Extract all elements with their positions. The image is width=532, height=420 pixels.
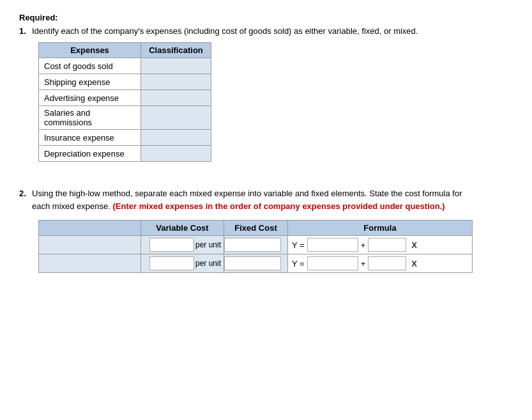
- q2-fixed-cost-cell-1: [224, 254, 288, 273]
- q1-classification-input-0[interactable]: [141, 58, 211, 74]
- q2-plus-sign-1: +: [361, 259, 366, 268]
- q2-x-input-1[interactable]: [368, 256, 406, 270]
- q2-name-cell-0: [39, 236, 141, 254]
- q2-plus-sign-0: +: [361, 240, 366, 250]
- q1-expense-3: Salaries and commissions: [39, 106, 141, 130]
- q2-variable-cost-input-1[interactable]: [149, 256, 194, 270]
- q2-formula-cell-1: Y =+X: [288, 254, 473, 273]
- q2-formula-cell-0: Y =+X: [288, 236, 473, 254]
- q2-fixed-cost-input-1[interactable]: [224, 256, 281, 270]
- q1-classification-cell-1: [141, 74, 211, 90]
- q2-variable-cost-cell-1: per unit: [141, 254, 224, 273]
- q2-col-formula: Formula: [288, 221, 473, 236]
- q1-classification-input-3[interactable]: [141, 110, 211, 125]
- q2-instruction: Using the high-low method, separate each…: [32, 187, 479, 212]
- q2-variable-cost-cell-0: per unit: [141, 236, 224, 254]
- q2-number: 2.: [19, 187, 28, 212]
- q2-formula-input-0[interactable]: [307, 238, 358, 252]
- q2-fixed-cost-cell-0: [224, 236, 288, 254]
- q2-table: Variable Cost Fixed Cost Formula per uni…: [38, 220, 473, 273]
- q1-classification-input-1[interactable]: [141, 74, 211, 89]
- q1-row: Salaries and commissions: [39, 106, 211, 130]
- q2-y-eq-0: Y =: [292, 240, 305, 250]
- q2-row-1: per unitY =+X: [39, 254, 473, 273]
- q2-name-input-1[interactable]: [39, 256, 141, 271]
- q2-y-eq-1: Y =: [292, 259, 305, 268]
- q2-x-button-0[interactable]: X: [409, 239, 420, 251]
- q1-number: 1.: [19, 26, 28, 36]
- q2-variable-cost-input-0[interactable]: [149, 238, 194, 252]
- q1-classification-cell-2: [141, 90, 211, 106]
- q1-row: Depreciation expense: [39, 146, 211, 162]
- q2-name-input-0[interactable]: [39, 237, 141, 253]
- q2-instruction-highlight: (Enter mixed expenses in the order of co…: [112, 201, 445, 211]
- q2-x-button-1[interactable]: X: [409, 258, 420, 270]
- q1-row: Cost of goods sold: [39, 58, 211, 74]
- q2-row-0: per unitY =+X: [39, 236, 473, 254]
- q1-classification-cell-5: [141, 146, 211, 162]
- q1-row: Insurance expense: [39, 130, 211, 146]
- q1-expense-5: Depreciation expense: [39, 146, 141, 162]
- q1-expense-1: Shipping expense: [39, 74, 141, 90]
- q2-col-variable: Variable Cost: [141, 221, 224, 236]
- q1-classification-cell-4: [141, 130, 211, 146]
- q1-expense-0: Cost of goods sold: [39, 58, 141, 74]
- q2-fixed-cost-input-0[interactable]: [224, 238, 281, 252]
- q1-instruction: Identify each of the company's expenses …: [32, 26, 418, 36]
- q1-row: Shipping expense: [39, 74, 211, 90]
- q1-row: Advertising expense: [39, 90, 211, 106]
- q2-formula-input-1[interactable]: [307, 256, 358, 270]
- q1-classification-cell-0: [141, 58, 211, 74]
- q1-classification-input-5[interactable]: [141, 146, 211, 161]
- q1-expense-2: Advertising expense: [39, 90, 141, 106]
- q2-col-fixed: Fixed Cost: [224, 221, 288, 236]
- q2-per-unit-label-1: per unit: [195, 259, 221, 268]
- q2-x-input-0[interactable]: [368, 238, 406, 252]
- q1-col-expenses: Expenses: [39, 43, 141, 58]
- required-label: Required:: [19, 13, 513, 22]
- q1-table: Expenses Classification Cost of goods so…: [38, 42, 211, 162]
- q1-classification-cell-3: [141, 106, 211, 130]
- q2-name-cell-1: [39, 254, 141, 273]
- q2-per-unit-label-0: per unit: [195, 240, 221, 249]
- q1-expense-4: Insurance expense: [39, 130, 141, 146]
- q1-classification-input-4[interactable]: [141, 130, 211, 145]
- q1-classification-input-2[interactable]: [141, 90, 211, 105]
- q1-col-classification: Classification: [141, 43, 211, 58]
- q2-col-blank: [39, 221, 141, 236]
